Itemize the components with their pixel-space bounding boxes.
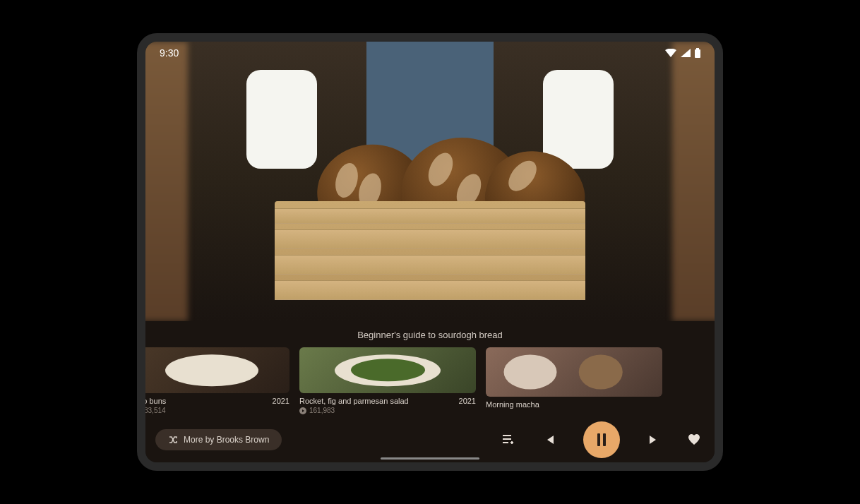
related-card[interactable]: Morning macha xyxy=(486,347,662,414)
related-thumbnail xyxy=(486,347,662,397)
lower-panel: Beginner's guide to sourdogh bread bao b… xyxy=(145,321,715,462)
svg-rect-0 xyxy=(695,49,700,58)
favorite-button[interactable] xyxy=(688,434,700,445)
related-year: 2021 xyxy=(459,397,476,405)
video-title: Beginner's guide to sourdogh bread xyxy=(145,330,715,340)
status-indicators xyxy=(665,48,700,58)
status-bar: 9:30 xyxy=(145,47,715,59)
more-by-author-chip[interactable]: More by Brooks Brown xyxy=(155,429,282,450)
previous-button[interactable] xyxy=(544,434,555,445)
pause-button[interactable] xyxy=(583,421,620,458)
related-card[interactable]: Rocket, fig and parmesan salad 2021 161,… xyxy=(299,347,476,414)
related-card[interactable]: bao buns 2021 83,514 xyxy=(145,347,289,414)
play-icon xyxy=(299,407,306,414)
player-controls: More by Brooks Brown xyxy=(145,414,715,462)
related-views: 161,983 xyxy=(309,407,335,414)
related-title-text: Morning macha xyxy=(486,400,539,409)
foldable-device-frame: 9:30 xyxy=(137,33,723,471)
related-year: 2021 xyxy=(273,397,289,405)
next-button[interactable] xyxy=(648,434,659,445)
status-time: 9:30 xyxy=(160,47,179,59)
svg-rect-4 xyxy=(597,433,600,446)
home-indicator[interactable] xyxy=(381,457,479,460)
screen: 9:30 xyxy=(137,33,723,471)
background-post xyxy=(145,42,188,321)
shuffle-icon xyxy=(168,435,178,445)
queue-button[interactable] xyxy=(503,434,515,445)
background-post xyxy=(672,42,715,321)
related-views: 83,514 xyxy=(145,407,166,414)
svg-rect-5 xyxy=(603,433,606,446)
related-thumbnail xyxy=(145,347,289,393)
related-title-text: bao buns xyxy=(145,397,166,405)
hero-video-area[interactable] xyxy=(145,42,715,321)
battery-icon xyxy=(695,48,700,58)
related-title-text: Rocket, fig and parmesan salad xyxy=(299,397,409,405)
wifi-icon xyxy=(665,49,676,57)
svg-rect-1 xyxy=(696,48,699,49)
signal-icon xyxy=(681,49,691,57)
bread-crate-graphic xyxy=(275,145,585,300)
related-thumbnail xyxy=(299,347,476,393)
more-by-label: More by Brooks Brown xyxy=(184,435,269,445)
related-videos-row[interactable]: bao buns 2021 83,514 Rocket, fig and par… xyxy=(145,347,715,414)
